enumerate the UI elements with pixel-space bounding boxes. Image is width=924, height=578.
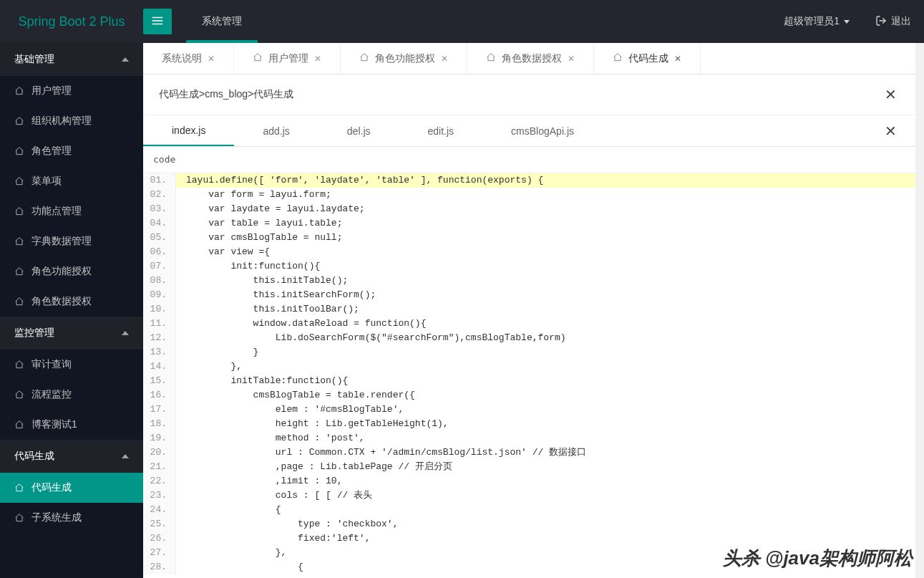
home-icon — [14, 176, 24, 186]
page-tab[interactable]: 系统说明✕ — [143, 43, 234, 74]
page-tab[interactable]: 角色数据授权✕ — [467, 43, 594, 74]
file-tab[interactable]: del.js — [318, 115, 399, 146]
sidebar-item-users[interactable]: 用户管理 — [0, 76, 143, 106]
sidebar-group-head[interactable]: 基础管理 — [0, 43, 143, 76]
sidebar-group-title: 基础管理 — [14, 53, 54, 66]
line-content: } — [176, 345, 258, 360]
line-number: 03. — [143, 202, 176, 216]
line-content: { — [176, 560, 303, 574]
line-number: 19. — [143, 431, 176, 445]
line-content: fixed:'left', — [176, 531, 370, 546]
code-line: 21. ,page : Lib.tablePage // 开启分页 — [143, 460, 915, 474]
sidebar-item-subsys[interactable]: 子系统生成 — [0, 503, 143, 533]
file-tab[interactable]: add.js — [234, 115, 318, 146]
page-tab-label: 角色数据授权 — [502, 52, 562, 65]
sidebar-item-label: 字典数据管理 — [31, 235, 92, 248]
code-line: 26. fixed:'left', — [143, 531, 915, 546]
sidebar-item-label: 子系统生成 — [31, 511, 82, 524]
app-shell: 基础管理用户管理组织机构管理角色管理菜单项功能点管理字典数据管理角色功能授权角色… — [0, 43, 924, 578]
sidebar-item-menus[interactable]: 菜单项 — [0, 166, 143, 196]
sidebar-group-head[interactable]: 代码生成 — [0, 440, 143, 473]
code-line: 02. var form = layui.form; — [143, 188, 915, 202]
sidebar-item-roles[interactable]: 角色管理 — [0, 136, 143, 166]
close-icon[interactable]: ✕ — [314, 54, 321, 64]
line-content: var form = layui.form; — [176, 188, 331, 202]
home-icon — [14, 513, 24, 523]
close-icon[interactable]: ✕ — [674, 54, 681, 64]
line-number: 18. — [143, 417, 176, 431]
code-lines: 01.layui.define([ 'form', 'laydate', 'ta… — [143, 173, 915, 574]
file-tab[interactable]: index.js — [143, 115, 234, 146]
home-icon — [14, 420, 24, 430]
home-icon — [613, 52, 623, 64]
line-number: 17. — [143, 403, 176, 417]
line-number: 21. — [143, 460, 176, 474]
close-icon[interactable]: ✕ — [208, 54, 215, 64]
line-number: 12. — [143, 331, 176, 345]
line-content: }, — [176, 546, 286, 560]
line-content: init:function(){ — [176, 259, 320, 274]
page-tab[interactable]: 代码生成✕ — [594, 43, 701, 74]
line-content: height : Lib.getTableHeight(1), — [176, 417, 449, 431]
filetabs-close-button[interactable]: ✕ — [866, 115, 915, 146]
code-line: 13. } — [143, 345, 915, 360]
line-content: layui.define([ 'form', 'laydate', 'table… — [176, 173, 543, 188]
sidebar-group-head[interactable]: 监控管理 — [0, 317, 143, 350]
line-number: 08. — [143, 274, 176, 288]
line-content: initTable:function(){ — [176, 374, 348, 388]
code-line: 24. { — [143, 503, 915, 517]
chevron-up-icon — [122, 331, 129, 335]
sidebar-item-dict[interactable]: 字典数据管理 — [0, 226, 143, 256]
line-content: elem : '#cmsBlogTable', — [176, 403, 404, 417]
breadcrumb-close-button[interactable]: ✕ — [882, 86, 900, 103]
sidebar-item-flow[interactable]: 流程监控 — [0, 380, 143, 410]
code-line: 15. initTable:function(){ — [143, 374, 915, 388]
code-line: 17. elem : '#cmsBlogTable', — [143, 403, 915, 417]
file-tab-label: edit.js — [428, 125, 454, 137]
topnav-item-system[interactable]: 系统管理 — [186, 0, 258, 43]
code-line: 07. init:function(){ — [143, 259, 915, 274]
line-number: 27. — [143, 546, 176, 560]
sidebar-item-role-data[interactable]: 角色数据授权 — [0, 286, 143, 317]
sidebar-toggle-button[interactable] — [143, 9, 172, 34]
home-icon — [14, 116, 24, 126]
page-tab-label: 代码生成 — [628, 52, 668, 65]
code-line: 19. method : 'post', — [143, 431, 915, 445]
page-tabs: 系统说明✕用户管理✕角色功能授权✕角色数据授权✕代码生成✕ — [143, 43, 915, 74]
file-tab[interactable]: cmsBlogApi.js — [482, 115, 603, 146]
sidebar-item-label: 菜单项 — [31, 175, 62, 188]
scrollbar[interactable] — [915, 43, 924, 578]
line-number: 09. — [143, 288, 176, 302]
sidebar-item-codegen[interactable]: 代码生成 — [0, 473, 143, 503]
line-number: 26. — [143, 531, 176, 546]
app-header: Spring Boot 2 Plus 系统管理 超级管理员1 退出 — [0, 0, 924, 43]
sidebar-item-role-func[interactable]: 角色功能授权 — [0, 256, 143, 286]
home-icon — [14, 86, 24, 96]
close-icon[interactable]: ✕ — [441, 54, 448, 64]
sidebar-item-label: 代码生成 — [31, 481, 72, 494]
file-tab[interactable]: edit.js — [399, 115, 483, 146]
code-line: 18. height : Lib.getTableHeight(1), — [143, 417, 915, 431]
sidebar-item-org[interactable]: 组织机构管理 — [0, 106, 143, 136]
line-content: { — [176, 503, 281, 517]
home-icon — [14, 297, 24, 307]
file-tabs: index.jsadd.jsdel.jsedit.jscmsBlogApi.js… — [143, 115, 915, 147]
sidebar-item-functions[interactable]: 功能点管理 — [0, 196, 143, 226]
close-icon[interactable]: ✕ — [568, 54, 575, 64]
line-content: ,page : Lib.tablePage // 开启分页 — [176, 460, 452, 474]
app-logo: Spring Boot 2 Plus — [0, 14, 143, 29]
logout-button[interactable]: 退出 — [862, 0, 924, 43]
breadcrumb: 代码生成>cms_blog>代码生成 — [159, 88, 293, 101]
logout-label: 退出 — [891, 15, 911, 28]
code-line: 09. this.initSearchForm(); — [143, 288, 915, 302]
page-tab[interactable]: 角色功能授权✕ — [341, 43, 467, 74]
user-menu[interactable]: 超级管理员1 — [771, 0, 862, 43]
line-content: this.initSearchForm(); — [176, 288, 376, 302]
line-content: window.dataReload = function(){ — [176, 317, 426, 331]
sidebar-item-audit[interactable]: 审计查询 — [0, 350, 143, 380]
file-tab-label: index.js — [172, 125, 205, 136]
topnav-item-label: 系统管理 — [202, 15, 242, 28]
sidebar-item-blogtest[interactable]: 博客测试1 — [0, 410, 143, 440]
code-line: 12. Lib.doSearchForm($("#searchForm"),cm… — [143, 331, 915, 345]
page-tab[interactable]: 用户管理✕ — [234, 43, 341, 74]
